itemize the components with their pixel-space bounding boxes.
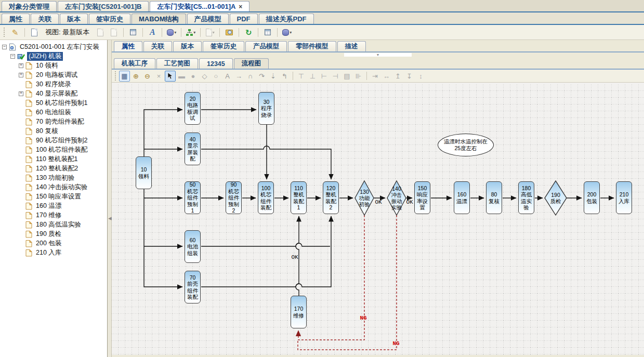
tree-item-7[interactable]: 60 电池组装 (0, 108, 107, 117)
module-tab-1[interactable]: 关联 (31, 14, 59, 24)
dropdown-arrow-icon[interactable]: ▾ (174, 30, 176, 35)
document-add-disabled-icon[interactable] (108, 27, 120, 38)
font-icon[interactable]: A (147, 27, 158, 38)
tree-item-1[interactable]: −(JIZH) 机装 (0, 51, 107, 61)
collapse-arrow-icon[interactable]: ◀ (108, 216, 112, 221)
distribute-icon[interactable]: ⊪ (353, 71, 364, 82)
select-cursor-icon[interactable] (165, 71, 176, 82)
tree-item-13[interactable]: 120 整机装配2 (0, 164, 107, 173)
tree-item-9[interactable]: 80 复核 (0, 126, 107, 136)
same-size-icon[interactable]: ▤ (341, 71, 352, 82)
module-tab-7[interactable]: 描述关系PDF (259, 14, 314, 24)
operation-tab-0[interactable]: 属性 (114, 41, 142, 51)
tree-item-5[interactable]: +40 显示屏装配 (0, 89, 107, 98)
new-document-icon[interactable] (29, 27, 40, 38)
collapse-handle[interactable]: ▼ (344, 53, 412, 57)
tree-item-19[interactable]: 180 高低温实验 (0, 220, 107, 229)
flow-node-60[interactable]: 60电池组装 (185, 230, 201, 263)
edit-pencil-icon[interactable]: ✎ (9, 27, 21, 38)
arc-tool-icon[interactable]: ∩ (245, 71, 256, 82)
document-disabled-icon[interactable] (95, 27, 106, 38)
rounded-rect-tool-icon[interactable]: ▬ (176, 71, 187, 82)
tree-item-0[interactable]: −C5201-001-001 左车门安装 (0, 42, 107, 51)
flow-node-70[interactable]: 70前壳组件装配 (185, 271, 201, 303)
flow-node-210[interactable]: 210入库 (616, 181, 632, 214)
expand-icon[interactable]: + (19, 91, 23, 96)
zoom-out-icon[interactable]: ⊖ (142, 71, 153, 82)
height-increase-icon[interactable]: ↥ (392, 71, 403, 82)
flow-node-180[interactable]: 180高低温实验 (518, 181, 534, 214)
dropdown-arrow-icon[interactable]: ▾ (193, 30, 195, 35)
tree-item-3[interactable]: +20 电路板调试 (0, 70, 107, 80)
view-tab-1[interactable]: 工艺简图 (156, 58, 198, 69)
doc-tab-0[interactable]: 对象分类管理 (2, 1, 57, 11)
database-icon[interactable]: ▾ (166, 27, 177, 38)
flow-node-50[interactable]: 50机芯组件预制1 (185, 181, 201, 214)
dropdown-arrow-icon[interactable]: ▾ (213, 30, 215, 35)
doc-tab-1[interactable]: 左车门安装[C5201-001]B (58, 1, 149, 11)
flow-node-200[interactable]: 200包装 (584, 181, 600, 214)
tree-item-15[interactable]: 140 冲击振动实验 (0, 182, 107, 192)
fit-vertical-icon[interactable]: ↕ (415, 71, 426, 82)
tree-item-21[interactable]: 200 包装 (0, 239, 107, 248)
operation-tab-2[interactable]: 版本 (173, 41, 202, 51)
flow-node-190[interactable]: 190质检 (549, 192, 562, 204)
dropdown-arrow-icon[interactable]: ▾ (290, 30, 292, 35)
tree-item-4[interactable]: 30 程序烧录 (0, 80, 107, 89)
join-horizontal-icon[interactable]: ⇥ (370, 71, 380, 82)
module-tab-3[interactable]: 签审历史 (89, 14, 130, 24)
polyline-tool-icon[interactable]: ⇣ (268, 71, 279, 82)
align-bottom-icon[interactable]: ⊥ (307, 71, 318, 82)
tree-item-14[interactable]: 130 功能初验 (0, 173, 107, 182)
flowchart-canvas[interactable]: 10领料20电路板调试30程序烧录40显示屏装配50机芯组件预制190机芯组件预… (112, 83, 644, 357)
flow-node-170[interactable]: 170维修 (291, 296, 307, 328)
text-tool-icon[interactable]: A (222, 71, 233, 82)
flow-node-20[interactable]: 20电路板调试 (185, 92, 201, 125)
undo-icon[interactable]: ↰ (279, 71, 290, 82)
operation-tab-3[interactable]: 签审历史 (203, 41, 244, 51)
collapse-icon[interactable]: − (10, 54, 15, 59)
process-tree-panel[interactable]: −C5201-001-001 左车门安装−(JIZH) 机装+10 领料+20 … (0, 40, 108, 357)
operation-tab-4[interactable]: 产品模型 (245, 41, 287, 51)
curve-tool-icon[interactable]: ↷ (256, 71, 267, 82)
tree-item-22[interactable]: 210 入库 (0, 248, 107, 257)
zoom-in-icon[interactable]: ⊕ (130, 71, 141, 82)
same-width-icon[interactable]: ↔ (381, 71, 392, 82)
module-tab-0[interactable]: 属性 (2, 14, 30, 24)
module-tab-2[interactable]: 版本 (60, 14, 88, 24)
tree-item-12[interactable]: 110 整机装配1 (0, 154, 107, 164)
tree-item-2[interactable]: +10 领料 (0, 61, 107, 70)
tree-item-6[interactable]: 50 机芯组件预制1 (0, 98, 107, 108)
grid-view-icon[interactable]: ▦ (119, 71, 130, 82)
align-right-icon[interactable]: ⊣ (330, 71, 341, 82)
tree-item-17[interactable]: 160 温漂 (0, 201, 107, 210)
tree-item-11[interactable]: 100 机芯组件装配 (0, 145, 107, 154)
structure-tree-icon[interactable]: ▾ (185, 27, 196, 38)
view-tab-2[interactable]: 12345 (199, 58, 233, 69)
module-tab-4[interactable]: MABOM结构 (132, 14, 186, 24)
transfer-disabled-icon[interactable]: ▾ (204, 27, 216, 38)
view-tab-3[interactable]: 流程图 (234, 58, 269, 69)
module-tab-5[interactable]: 产品模型 (187, 14, 229, 24)
tree-item-8[interactable]: 70 前壳组件装配 (0, 117, 107, 126)
tree-item-20[interactable]: 190 质检 (0, 229, 107, 239)
toolbar-drag-handle[interactable] (4, 28, 6, 37)
flow-node-110[interactable]: 110整机装配1 (291, 181, 307, 214)
tree-item-10[interactable]: 90 机芯组件预制2 (0, 136, 107, 145)
panel-splitter[interactable]: ◀ (108, 40, 112, 357)
flow-node-10[interactable]: 10领料 (136, 156, 152, 189)
ellipse-tool-icon[interactable]: ● (188, 71, 199, 82)
diamond-tool-icon[interactable]: ◇ (199, 71, 210, 82)
arrow-tool-icon[interactable]: → (233, 71, 244, 82)
operation-tab-6[interactable]: 描述 (337, 41, 366, 51)
flow-node-40[interactable]: 40显示屏装配 (185, 133, 201, 165)
flow-node-30[interactable]: 30程序烧录 (258, 92, 274, 125)
expand-icon[interactable]: + (19, 63, 23, 68)
database-edit-icon[interactable]: ▾ (281, 27, 293, 38)
align-left-icon[interactable]: ⊢ (319, 71, 330, 82)
edit-table-icon[interactable] (127, 27, 139, 38)
folder-search-icon[interactable] (224, 27, 235, 38)
operation-tab-5[interactable]: 零部件模型 (288, 41, 336, 51)
flow-node-130[interactable]: 130功能初验 (358, 189, 371, 207)
flow-node-150[interactable]: 150响应率设置 (414, 181, 430, 214)
